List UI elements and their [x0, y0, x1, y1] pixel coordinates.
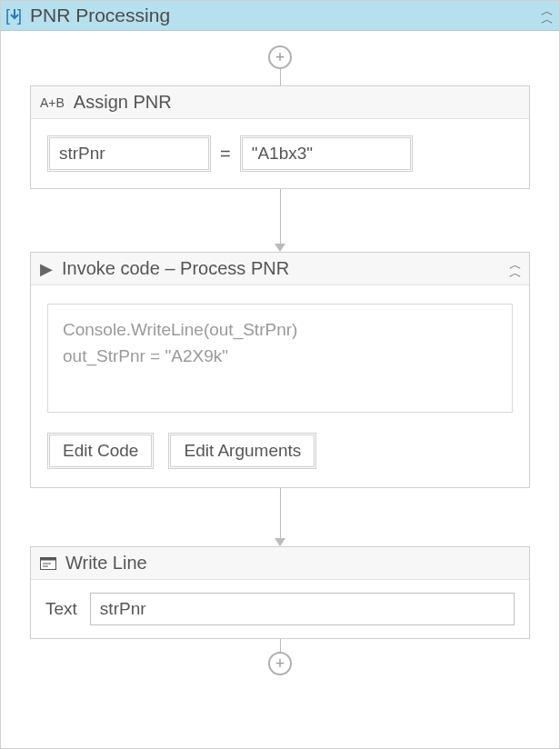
- assign-icon: A+B: [40, 95, 65, 110]
- invoke-title: Invoke code – Process PNR: [62, 258, 500, 279]
- assign-activity[interactable]: A+B Assign PNR strPnr = "A1bx3": [30, 85, 530, 189]
- assign-header[interactable]: A+B Assign PNR: [31, 86, 529, 119]
- assign-body: strPnr = "A1bx3": [31, 119, 529, 188]
- invoke-body: Console.WriteLine(out_StrPnr) out_StrPnr…: [31, 285, 529, 487]
- sequence-container: [ ] PNR Processing ︿︿ + A+B Assign PNR s…: [0, 0, 560, 749]
- writeline-header[interactable]: Write Line: [31, 547, 529, 580]
- writeline-title: Write Line: [65, 553, 520, 574]
- collapse-icon[interactable]: ︿︿: [541, 7, 552, 24]
- expand-triangle-icon[interactable]: ▶: [40, 259, 53, 279]
- svg-text:[: [: [5, 6, 10, 25]
- write-line-activity[interactable]: Write Line Text strPnr: [30, 546, 530, 639]
- writeline-icon: [40, 557, 56, 570]
- invoke-code-activity[interactable]: ▶ Invoke code – Process PNR ︿︿ Console.W…: [30, 252, 530, 488]
- writeline-body: Text strPnr: [31, 580, 529, 638]
- code-textarea[interactable]: Console.WriteLine(out_StrPnr) out_StrPnr…: [47, 304, 513, 413]
- invoke-header[interactable]: ▶ Invoke code – Process PNR ︿︿: [31, 253, 529, 285]
- svg-rect-4: [41, 557, 56, 560]
- assign-title: Assign PNR: [74, 92, 520, 113]
- collapse-icon[interactable]: ︿︿: [509, 261, 520, 277]
- writeline-text-label: Text: [45, 599, 77, 619]
- add-activity-top-button[interactable]: +: [268, 45, 292, 69]
- edit-arguments-button[interactable]: Edit Arguments: [168, 433, 316, 469]
- equals-label: =: [220, 144, 231, 165]
- sequence-title: PNR Processing: [30, 5, 535, 26]
- invoke-button-row: Edit Code Edit Arguments: [47, 433, 513, 469]
- add-activity-bottom-button[interactable]: +: [268, 652, 292, 675]
- edit-code-button[interactable]: Edit Code: [47, 433, 154, 469]
- writeline-text-input[interactable]: strPnr: [90, 593, 515, 625]
- assign-value-input[interactable]: "A1bx3": [240, 135, 413, 172]
- sequence-icon: [ ]: [5, 5, 25, 25]
- sequence-header[interactable]: [ ] PNR Processing ︿︿: [1, 1, 559, 31]
- sequence-body: + A+B Assign PNR strPnr = "A1bx3" ▶ Inv: [1, 31, 559, 748]
- assign-variable-input[interactable]: strPnr: [47, 135, 211, 172]
